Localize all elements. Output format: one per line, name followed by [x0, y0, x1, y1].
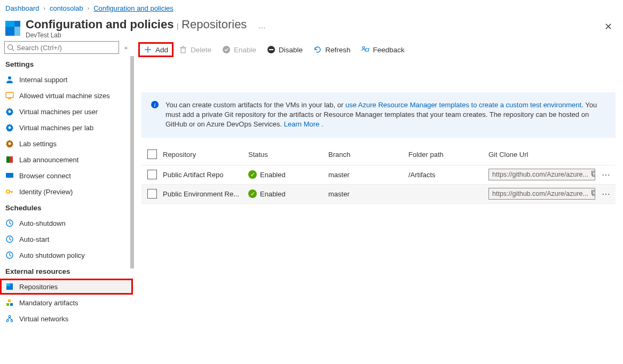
- svg-point-28: [9, 315, 11, 318]
- breadcrumb-dashboard[interactable]: Dashboard: [5, 4, 40, 12]
- col-status[interactable]: Status: [248, 151, 328, 159]
- gear-icon: [5, 123, 14, 132]
- nav-auto-shutdown[interactable]: Auto-shutdown: [0, 215, 133, 231]
- nav-allowed-vm-sizes[interactable]: Allowed virtual machine sizes: [0, 88, 133, 104]
- copy-icon[interactable]: [590, 189, 595, 198]
- svg-rect-25: [6, 303, 9, 306]
- info-icon: i: [151, 100, 159, 130]
- col-url[interactable]: Git Clone Url: [488, 151, 616, 159]
- scrollbar-thumb[interactable]: [130, 56, 134, 268]
- svg-line-16: [10, 223, 11, 224]
- main-content: Add Delete Enable Disable Refresh Feedba…: [134, 39, 623, 364]
- nav-browser-connect[interactable]: Browser connect: [0, 168, 133, 184]
- svg-rect-44: [593, 172, 595, 176]
- page-title: Configuration and policies: [26, 18, 174, 31]
- repo-icon: [5, 282, 14, 291]
- url-field[interactable]: https://github.com/Azure/azure...: [488, 188, 595, 200]
- nav-label: Identity (Preview): [19, 188, 73, 196]
- repositories-table: Repository Status Branch Folder path Git…: [134, 144, 623, 204]
- cell-repo: Public Environment Re...: [163, 190, 248, 198]
- feedback-icon: [361, 45, 369, 54]
- disable-button[interactable]: Disable: [263, 43, 307, 56]
- add-button[interactable]: Add: [139, 43, 172, 56]
- nav-vm-per-user[interactable]: Virtual machines per user: [0, 104, 133, 120]
- resource-type: DevTest Lab: [26, 31, 599, 39]
- col-folder[interactable]: Folder path: [408, 151, 488, 159]
- row-checkbox[interactable]: [147, 170, 157, 179]
- table-header: Repository Status Branch Folder path Git…: [141, 144, 616, 165]
- nav-lab-settings[interactable]: Lab settings: [0, 136, 133, 152]
- nav-label: Virtual machines per user: [19, 108, 98, 116]
- check-circle-icon: [222, 45, 231, 54]
- nav-label: Browser connect: [19, 172, 71, 180]
- breadcrumb-lab[interactable]: contosolab: [50, 4, 83, 12]
- svg-point-2: [8, 76, 11, 80]
- monitor-icon: [5, 171, 14, 180]
- nav-repositories[interactable]: Repositories: [0, 279, 133, 295]
- breadcrumb: Dashboard › contosolab › Configuration a…: [0, 0, 623, 17]
- nav-auto-start[interactable]: Auto-start: [0, 231, 133, 247]
- nav-vm-per-lab[interactable]: Virtual machines per lab: [0, 120, 133, 136]
- info-link-learn-more[interactable]: Learn More .: [284, 120, 324, 128]
- col-repository[interactable]: Repository: [163, 151, 248, 159]
- select-all-checkbox[interactable]: [147, 149, 157, 159]
- nav-identity[interactable]: Identity (Preview): [0, 184, 133, 200]
- nav-auto-shutdown-policy[interactable]: Auto shutdown policy: [0, 247, 133, 263]
- svg-rect-45: [592, 171, 595, 175]
- nav-lab-announcement[interactable]: Lab announcement: [0, 152, 133, 168]
- search-input[interactable]: [17, 44, 116, 52]
- nav-mandatory-artifacts[interactable]: Mandatory artifacts: [0, 295, 133, 311]
- toolbar-label: Feedback: [373, 46, 404, 54]
- nav-label: Auto shutdown policy: [19, 251, 85, 259]
- cell-status: Enabled: [260, 190, 286, 198]
- nav-virtual-networks[interactable]: Virtual networks: [0, 311, 133, 327]
- toolbar-label: Disable: [279, 46, 303, 54]
- svg-rect-9: [10, 156, 13, 163]
- row-actions[interactable]: ⋯: [598, 189, 614, 199]
- svg-rect-3: [6, 92, 13, 98]
- status-ok-icon: ✓: [248, 189, 257, 198]
- svg-rect-47: [592, 191, 595, 194]
- svg-point-5: [9, 110, 11, 113]
- nav-internal-support[interactable]: Internal support: [0, 72, 133, 88]
- cell-branch: master: [328, 171, 408, 179]
- search-input-wrap[interactable]: [4, 41, 119, 54]
- svg-rect-46: [593, 192, 595, 195]
- row-actions[interactable]: ⋯: [598, 170, 614, 180]
- search-icon: [7, 44, 14, 51]
- cell-branch: master: [328, 190, 408, 198]
- svg-text:i: i: [154, 101, 155, 108]
- resource-icon: [5, 21, 20, 36]
- table-row[interactable]: Public Environment Re... ✓Enabled master…: [141, 185, 616, 204]
- info-text: You can create custom artifacts for the …: [165, 101, 345, 109]
- blocks-icon: [5, 298, 14, 307]
- svg-rect-26: [10, 303, 13, 306]
- more-icon[interactable]: …: [258, 21, 266, 30]
- toolbar-label: Add: [155, 46, 168, 54]
- person-icon: [5, 75, 14, 84]
- toolbar: Add Delete Enable Disable Refresh Feedba…: [134, 39, 623, 60]
- table-row[interactable]: Public Artifact Repo ✓Enabled master /Ar…: [141, 165, 616, 185]
- info-link-templates[interactable]: use Azure Resource Manager templates to …: [345, 101, 581, 109]
- svg-line-22: [10, 255, 11, 256]
- clock-icon: [5, 251, 14, 259]
- close-button[interactable]: ✕: [599, 18, 618, 36]
- cell-status: Enabled: [260, 171, 286, 179]
- chevron-right-icon: ›: [44, 5, 45, 11]
- svg-point-41: [362, 46, 365, 49]
- feedback-button[interactable]: Feedback: [357, 43, 408, 56]
- refresh-button[interactable]: Refresh: [309, 43, 354, 56]
- toolbar-label: Delete: [191, 46, 211, 54]
- breadcrumb-current[interactable]: Configuration and policies: [93, 4, 174, 12]
- book-icon: [5, 155, 14, 164]
- col-branch[interactable]: Branch: [328, 151, 408, 159]
- url-field[interactable]: https://github.com/Azure/azure...: [488, 169, 595, 180]
- row-checkbox[interactable]: [147, 189, 157, 199]
- trash-icon: [179, 45, 187, 54]
- svg-point-0: [8, 45, 13, 50]
- nav-section-settings: Settings: [0, 56, 133, 72]
- copy-icon[interactable]: [590, 170, 595, 179]
- info-banner: i You can create custom artifacts for th…: [141, 92, 616, 138]
- nav-label: Mandatory artifacts: [19, 299, 78, 307]
- collapse-sidebar-icon[interactable]: «: [122, 42, 130, 53]
